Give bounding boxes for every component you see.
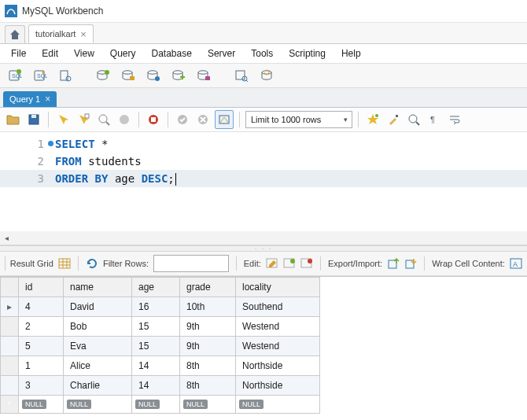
open-sql-icon[interactable]: SQL bbox=[30, 65, 50, 86]
new-row[interactable]: *NULLNULLNULLNULLNULL bbox=[1, 396, 320, 414]
search-table-icon[interactable] bbox=[231, 65, 252, 86]
brush-icon[interactable] bbox=[385, 111, 402, 128]
svg-rect-26 bbox=[151, 117, 156, 122]
menu-scripting[interactable]: Scripting bbox=[282, 46, 332, 61]
commit-icon[interactable] bbox=[174, 111, 191, 128]
db-add-icon[interactable] bbox=[93, 65, 113, 86]
svg-text:¶: ¶ bbox=[430, 115, 435, 124]
svg-point-14 bbox=[173, 71, 182, 74]
cell[interactable]: David bbox=[64, 297, 132, 317]
cell[interactable]: 9th bbox=[180, 337, 236, 356]
query-tab[interactable]: Query 1 × bbox=[3, 91, 57, 107]
wrap-cell-label: Wrap Cell Content: bbox=[432, 259, 505, 268]
cell[interactable]: Southend bbox=[236, 297, 320, 317]
cell[interactable]: 16 bbox=[132, 297, 180, 317]
column-header[interactable]: grade bbox=[180, 278, 236, 297]
cell[interactable]: 8th bbox=[180, 356, 236, 376]
svg-point-15 bbox=[198, 71, 208, 74]
stop-icon[interactable] bbox=[116, 111, 133, 128]
invisible-chars-icon[interactable]: ¶ bbox=[426, 111, 443, 128]
save-icon[interactable] bbox=[25, 111, 42, 128]
cell[interactable]: Charlie bbox=[64, 376, 132, 396]
menu-tools[interactable]: Tools bbox=[245, 46, 279, 61]
splitter[interactable]: · · · bbox=[0, 245, 527, 252]
cell[interactable]: 8th bbox=[180, 376, 236, 396]
cell[interactable]: Westend bbox=[236, 317, 320, 337]
beautify-icon[interactable] bbox=[364, 111, 381, 128]
inspector-icon[interactable] bbox=[55, 65, 76, 86]
cell[interactable]: Northside bbox=[236, 376, 320, 396]
export-icon[interactable] bbox=[387, 256, 400, 271]
cell[interactable]: 3 bbox=[19, 376, 64, 396]
rollback-icon[interactable] bbox=[194, 111, 212, 128]
column-header[interactable]: name bbox=[64, 278, 132, 297]
cell[interactable]: 10th bbox=[180, 297, 236, 317]
svg-rect-31 bbox=[396, 115, 398, 117]
table-row[interactable]: ▸4David1610thSouthend bbox=[1, 297, 320, 317]
table-row[interactable]: 1Alice148thNorthside bbox=[1, 356, 320, 376]
svg-point-24 bbox=[120, 115, 129, 124]
execute-current-icon[interactable] bbox=[75, 111, 92, 128]
menu-query[interactable]: Query bbox=[104, 46, 142, 61]
menu-edit[interactable]: Edit bbox=[35, 46, 64, 61]
svg-point-7 bbox=[66, 76, 71, 81]
menu-file[interactable]: File bbox=[5, 46, 32, 61]
close-icon[interactable]: × bbox=[45, 94, 50, 105]
menu-database[interactable]: Database bbox=[146, 46, 198, 61]
execute-icon[interactable] bbox=[54, 111, 72, 128]
cell[interactable]: Alice bbox=[64, 356, 132, 376]
wrap-cell-icon[interactable]: A bbox=[510, 256, 522, 271]
cell[interactable]: Westend bbox=[236, 337, 320, 356]
filter-rows-input[interactable] bbox=[153, 255, 229, 272]
open-file-icon[interactable] bbox=[5, 111, 22, 128]
cell[interactable]: 14 bbox=[132, 356, 180, 376]
db-func-icon[interactable] bbox=[193, 65, 214, 86]
edit-row-icon[interactable] bbox=[266, 256, 278, 271]
home-button[interactable] bbox=[5, 25, 25, 43]
table-row[interactable]: 3Charlie148thNorthside bbox=[1, 376, 320, 396]
connection-tab[interactable]: tutorialkart × bbox=[28, 24, 94, 43]
reconnect-icon[interactable] bbox=[256, 65, 277, 86]
cell[interactable]: 5 bbox=[19, 337, 64, 356]
column-header[interactable]: locality bbox=[236, 278, 320, 297]
grid-view-icon[interactable] bbox=[58, 256, 71, 271]
find-icon[interactable] bbox=[405, 111, 422, 128]
cell[interactable]: 15 bbox=[132, 317, 180, 337]
cell[interactable]: 1 bbox=[19, 356, 64, 376]
result-grid[interactable]: idnameagegradelocality▸4David1610thSouth… bbox=[0, 276, 527, 414]
autocommit-toggle-icon[interactable] bbox=[215, 110, 234, 129]
delete-row-icon[interactable] bbox=[300, 256, 313, 271]
row-limit-select[interactable]: Limit to 1000 rows bbox=[245, 111, 352, 128]
db-table-icon[interactable] bbox=[118, 65, 138, 86]
menu-help[interactable]: Help bbox=[335, 46, 367, 61]
cell[interactable]: Eva bbox=[64, 337, 132, 356]
menu-server[interactable]: Server bbox=[201, 46, 241, 61]
cell[interactable]: Northside bbox=[236, 356, 320, 376]
cell[interactable]: 14 bbox=[132, 376, 180, 396]
import-icon[interactable] bbox=[404, 256, 417, 271]
close-icon[interactable]: × bbox=[80, 29, 87, 39]
sql-editor[interactable]: 1SELECT *2FROM students3ORDER BY age DES… bbox=[0, 132, 527, 231]
menu-view[interactable]: View bbox=[68, 46, 101, 61]
table-row[interactable]: 2Bob159thWestend bbox=[1, 317, 320, 337]
db-view-icon[interactable] bbox=[143, 65, 164, 86]
hscroll[interactable]: ◂ bbox=[0, 231, 527, 245]
cell[interactable]: 4 bbox=[19, 297, 64, 317]
db-proc-icon[interactable] bbox=[168, 65, 189, 86]
cell[interactable]: 2 bbox=[19, 317, 64, 337]
refresh-icon[interactable] bbox=[86, 256, 98, 271]
svg-rect-40 bbox=[389, 260, 396, 268]
new-sql-tab-icon[interactable]: SQL bbox=[5, 65, 25, 86]
svg-rect-22 bbox=[85, 114, 89, 118]
column-header[interactable]: age bbox=[132, 278, 180, 297]
stop-on-error-icon[interactable] bbox=[145, 111, 162, 128]
table-row[interactable]: 5Eva159thWestend bbox=[1, 337, 320, 356]
column-header[interactable]: id bbox=[19, 278, 64, 297]
cell[interactable]: Bob bbox=[64, 317, 132, 337]
scroll-left-arrow-icon[interactable]: ◂ bbox=[0, 234, 13, 242]
cell[interactable]: 9th bbox=[180, 317, 236, 337]
explain-icon[interactable] bbox=[95, 111, 112, 128]
cell[interactable]: 15 bbox=[132, 337, 180, 356]
add-row-icon[interactable] bbox=[283, 256, 296, 271]
wrap-icon[interactable] bbox=[446, 111, 463, 128]
